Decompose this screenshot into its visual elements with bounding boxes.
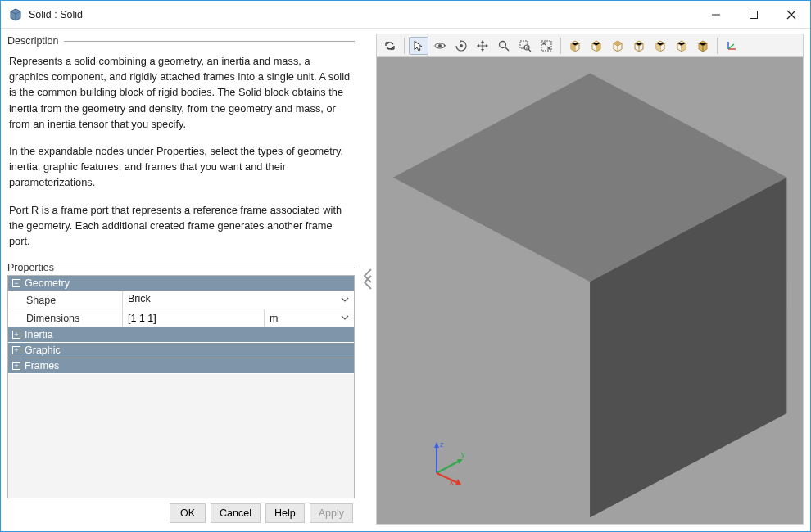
expand-icon: + — [12, 331, 20, 339]
description-header: Description — [7, 34, 355, 48]
expand-icon: + — [12, 362, 20, 370]
update-icon[interactable] — [380, 37, 400, 55]
apply-button[interactable]: Apply — [310, 503, 353, 523]
section-graphic[interactable]: + Graphic — [8, 343, 354, 358]
svg-point-9 — [500, 41, 506, 47]
spin-icon[interactable] — [451, 37, 471, 55]
view-front-icon[interactable] — [565, 37, 585, 55]
cube-preview — [451, 156, 729, 435]
svg-text:z: z — [440, 440, 444, 449]
description-paragraph: Represents a solid combining a geometry,… — [9, 53, 351, 132]
svg-point-12 — [524, 45, 529, 50]
dimensions-input[interactable] — [123, 309, 264, 327]
svg-text:y: y — [461, 450, 465, 458]
properties-label: Properties — [7, 262, 54, 273]
svg-line-10 — [505, 47, 509, 51]
description-label: Description — [7, 35, 59, 47]
maximize-button[interactable] — [735, 2, 772, 28]
section-geometry[interactable]: − Geometry — [8, 276, 354, 291]
view-right-icon[interactable] — [672, 37, 691, 55]
select-icon[interactable] — [409, 37, 428, 55]
svg-text:x: x — [450, 478, 454, 486]
close-button[interactable] — [772, 2, 810, 28]
zoom-icon[interactable] — [494, 37, 514, 55]
section-label: Graphic — [25, 345, 61, 356]
dimensions-unit-value: m — [270, 313, 278, 324]
shape-value: Brick — [123, 291, 354, 309]
description-paragraph: In the expandable nodes under Properties… — [9, 143, 351, 191]
properties-grid: − Geometry Shape Brick Dimensions — [7, 275, 355, 498]
row-dimensions: Dimensions m — [8, 309, 354, 327]
collapse-left-handle[interactable] — [360, 34, 376, 525]
dimensions-input-wrap — [123, 309, 264, 327]
triad-icon[interactable] — [722, 37, 741, 55]
svg-rect-1 — [750, 11, 758, 18]
axis-triad: z y x — [422, 437, 471, 486]
dialog-buttons: OK Cancel Help Apply — [7, 498, 355, 525]
row-shape: Shape Brick — [8, 291, 354, 309]
titlebar: Solid : Solid — [1, 1, 810, 29]
window-title: Solid : Solid — [29, 9, 83, 20]
view-iso-icon[interactable] — [693, 37, 713, 55]
svg-line-20 — [437, 461, 460, 473]
dimensions-unit-select[interactable]: m — [264, 309, 354, 327]
svg-line-13 — [528, 49, 531, 52]
svg-line-17 — [728, 44, 734, 49]
preview-panel: z y x — [376, 34, 804, 525]
section-label: Geometry — [25, 277, 70, 289]
svg-point-4 — [438, 44, 442, 47]
orbit-icon[interactable] — [430, 37, 450, 55]
preview-canvas[interactable]: z y x — [377, 57, 803, 524]
fit-view-icon[interactable] — [537, 37, 556, 55]
dimensions-label: Dimensions — [8, 309, 123, 327]
svg-rect-14 — [541, 41, 551, 51]
expand-icon: + — [12, 346, 20, 354]
view-left-icon[interactable] — [650, 37, 670, 55]
dialog-window: Solid : Solid Description Represents a s… — [0, 0, 811, 532]
view-top-icon[interactable] — [608, 37, 628, 55]
svg-line-22 — [437, 473, 458, 483]
svg-point-6 — [460, 44, 463, 47]
section-label: Frames — [25, 360, 59, 372]
app-icon — [9, 8, 22, 21]
section-inertia[interactable]: + Inertia — [8, 327, 354, 343]
preview-toolbar — [377, 34, 803, 57]
section-frames[interactable]: + Frames — [8, 358, 354, 374]
shape-label: Shape — [8, 291, 123, 309]
view-bottom-icon[interactable] — [629, 37, 649, 55]
description-paragraph: Port R is a frame port that represents a… — [9, 202, 351, 250]
view-back-icon[interactable] — [587, 37, 606, 55]
client-area: Description Represents a solid combining… — [1, 29, 810, 531]
properties-header: Properties — [7, 260, 355, 275]
minimize-button[interactable] — [697, 2, 735, 28]
section-label: Inertia — [25, 329, 53, 340]
cancel-button[interactable]: Cancel — [211, 503, 261, 523]
pan-icon[interactable] — [473, 37, 492, 55]
ok-button[interactable]: OK — [170, 503, 206, 523]
chevron-down-icon — [341, 313, 349, 324]
zoom-region-icon[interactable] — [515, 37, 535, 55]
collapse-icon: − — [12, 279, 20, 287]
description-text: Represents a solid combining a geometry,… — [7, 48, 355, 260]
help-button[interactable]: Help — [265, 503, 305, 523]
shape-select[interactable]: Brick — [123, 291, 354, 309]
left-panel: Description Represents a solid combining… — [7, 34, 360, 525]
